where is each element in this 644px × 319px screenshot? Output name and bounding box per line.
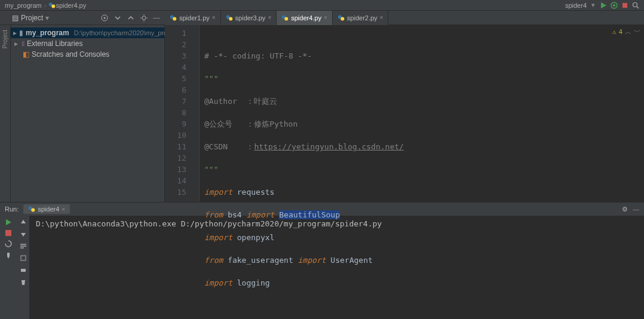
editor-tabs: spider1.py × spider3.py × spider4.py × s… <box>165 11 388 25</box>
line-number: 3 <box>165 50 186 62</box>
tab-label: spider1.py <box>179 14 210 22</box>
line-number: 2 <box>165 39 186 50</box>
python-file-icon <box>281 14 289 22</box>
line-number: 1 <box>165 27 186 39</box>
toolbar: ▤ Project ▾ — spider1.py × spider3.py × … <box>0 11 644 25</box>
line-number: 7 <box>165 96 186 107</box>
tree-external-libs[interactable]: ▸ ⫴ External Libraries <box>11 38 164 49</box>
dropdown-icon[interactable]: ▾ <box>45 14 49 22</box>
library-icon: ⫴ <box>22 39 24 48</box>
stop-button-icon[interactable] <box>621 2 628 9</box>
scratch-icon: ◧ <box>23 50 29 59</box>
line-number: 12 <box>165 152 186 164</box>
tree-scratches[interactable]: ◧ Scratches and Consoles <box>11 49 164 60</box>
breadcrumb-project[interactable]: my_program <box>5 2 42 9</box>
warning-icon: ⚠ <box>612 26 617 38</box>
inspection-widget[interactable]: ⚠ 4 ︿ ﹀ <box>612 26 640 38</box>
tree-item-label: External Libraries <box>27 39 82 48</box>
tab-spider4[interactable]: spider4.py × <box>277 11 333 25</box>
python-file-icon <box>170 14 177 22</box>
close-icon[interactable]: × <box>212 14 216 21</box>
folder-icon: ▤ <box>12 14 19 22</box>
svg-rect-21 <box>21 269 26 272</box>
line-number: 4 <box>165 62 186 73</box>
svg-line-6 <box>637 7 639 8</box>
line-number: 5 <box>165 73 186 84</box>
tree-root-label: my_program <box>26 29 69 37</box>
breadcrumb-separator: › <box>44 2 47 9</box>
breadcrumb-file[interactable]: spider4.py <box>56 2 86 9</box>
line-number: 14 <box>165 175 186 186</box>
chevron-down-icon[interactable]: ﹀ <box>634 26 640 38</box>
up-arrow-icon[interactable] <box>19 218 27 226</box>
tab-spider2[interactable]: spider2.py × <box>333 11 389 25</box>
code-content[interactable]: ⚠ 4 ︿ ﹀ # -*- coding: UTF-8 -*- """ @Aut… <box>200 25 644 202</box>
trash-icon[interactable] <box>19 278 27 286</box>
warning-count: 4 <box>618 26 622 38</box>
svg-rect-4 <box>622 3 627 8</box>
print-icon[interactable] <box>19 266 27 274</box>
line-number: 6 <box>165 84 186 96</box>
python-file-icon <box>48 2 56 9</box>
run-config-selector[interactable]: spider4 <box>565 2 587 9</box>
line-number: 8 <box>165 107 186 118</box>
project-tree[interactable]: ▸ ▮ my_program D:\python\pycharm2020\my_… <box>11 25 165 202</box>
down-arrow-icon[interactable] <box>19 230 27 238</box>
navigation-bar: my_program › spider4.py spider4 ▾ <box>0 0 644 11</box>
soft-wrap-icon[interactable] <box>19 242 27 250</box>
expand-all-icon[interactable] <box>114 14 122 22</box>
select-opened-file-icon[interactable] <box>100 14 109 22</box>
svg-point-11 <box>173 17 176 20</box>
line-number: 15 <box>165 186 186 198</box>
svg-point-13 <box>229 17 232 20</box>
tab-label: spider4.py <box>291 14 321 22</box>
scroll-to-end-icon[interactable] <box>19 254 27 262</box>
pin-icon[interactable] <box>4 251 13 260</box>
run-label: Run: <box>5 205 19 213</box>
tree-item-label: Scratches and Consoles <box>32 50 109 59</box>
expand-arrow-icon[interactable]: ▸ <box>13 39 19 48</box>
tree-root[interactable]: ▸ ▮ my_program D:\python\pycharm2020\my_… <box>11 27 164 38</box>
python-file-icon <box>226 14 233 22</box>
editor[interactable]: 1 2 3 4 5 6 7 8 9 10 11 12 13 14 15 ⚠ 4 … <box>165 25 644 202</box>
svg-point-15 <box>284 17 288 20</box>
tab-label: spider2.py <box>347 14 378 22</box>
line-number-gutter: 1 2 3 4 5 6 7 8 9 10 11 12 13 14 15 <box>165 25 191 202</box>
svg-point-3 <box>613 4 615 7</box>
folder-icon: ▮ <box>19 29 23 37</box>
debug-button-icon[interactable] <box>611 2 618 9</box>
fold-gutter <box>191 25 200 202</box>
collapse-all-icon[interactable] <box>127 14 135 22</box>
svg-point-9 <box>142 16 146 20</box>
expand-arrow-icon[interactable]: ▸ <box>13 29 17 37</box>
line-number: 10 <box>165 130 186 141</box>
stop-icon[interactable] <box>5 230 11 236</box>
svg-point-17 <box>341 17 344 20</box>
close-icon[interactable]: × <box>324 14 327 21</box>
python-file-icon <box>28 205 35 213</box>
project-panel-title: Project <box>21 14 43 22</box>
run-config-dropdown-icon[interactable]: ▾ <box>591 1 595 9</box>
svg-rect-20 <box>21 256 26 260</box>
search-everywhere-icon[interactable] <box>632 2 639 9</box>
tab-spider1[interactable]: spider1.py × <box>165 11 221 25</box>
restart-icon[interactable] <box>4 240 13 248</box>
project-tool-window-header[interactable]: ▤ Project ▾ <box>12 14 49 22</box>
line-number: 11 <box>165 141 186 152</box>
svg-point-5 <box>633 2 637 7</box>
close-icon[interactable]: × <box>380 14 384 21</box>
run-tab[interactable]: spider4 × <box>23 204 70 214</box>
run-button-icon[interactable] <box>600 2 607 9</box>
chevron-up-icon[interactable]: ︿ <box>625 26 631 38</box>
line-number: 13 <box>165 164 186 175</box>
run-action-gutter <box>0 216 17 319</box>
rerun-icon[interactable] <box>4 218 13 226</box>
left-tool-strip: Project <box>0 25 11 202</box>
svg-point-1 <box>52 4 56 8</box>
gear-icon[interactable] <box>140 14 148 22</box>
tab-spider3[interactable]: spider3.py × <box>221 11 277 25</box>
close-icon[interactable]: × <box>268 14 271 21</box>
project-strip-tab[interactable]: Project <box>2 30 8 48</box>
close-icon[interactable]: × <box>62 206 65 213</box>
hide-icon[interactable]: — <box>153 14 160 22</box>
